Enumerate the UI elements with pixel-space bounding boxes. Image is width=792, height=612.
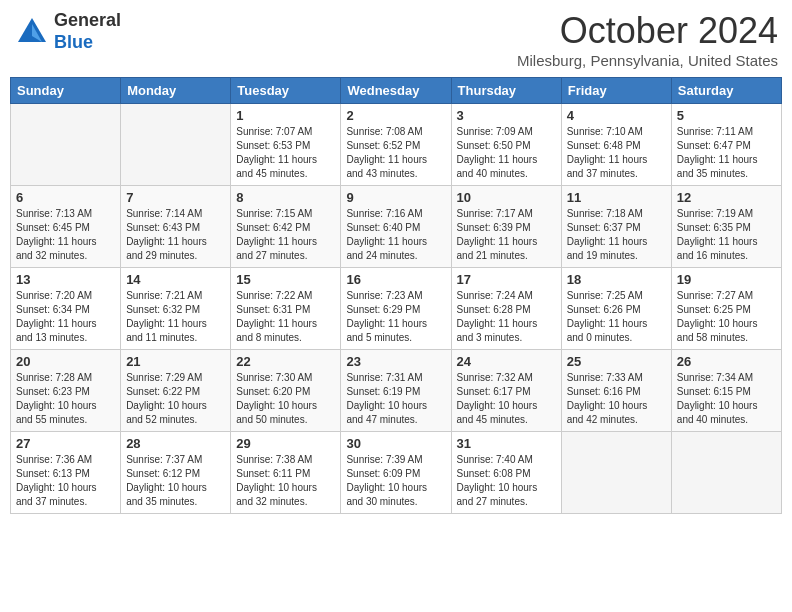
calendar-cell: 13Sunrise: 7:20 AM Sunset: 6:34 PM Dayli… — [11, 268, 121, 350]
calendar-cell: 29Sunrise: 7:38 AM Sunset: 6:11 PM Dayli… — [231, 432, 341, 514]
calendar-cell — [561, 432, 671, 514]
calendar-cell: 28Sunrise: 7:37 AM Sunset: 6:12 PM Dayli… — [121, 432, 231, 514]
day-number: 15 — [236, 272, 335, 287]
day-info: Sunrise: 7:18 AM Sunset: 6:37 PM Dayligh… — [567, 207, 666, 263]
day-info: Sunrise: 7:38 AM Sunset: 6:11 PM Dayligh… — [236, 453, 335, 509]
title-area: October 2024 Milesburg, Pennsylvania, Un… — [517, 10, 778, 69]
day-info: Sunrise: 7:14 AM Sunset: 6:43 PM Dayligh… — [126, 207, 225, 263]
day-number: 13 — [16, 272, 115, 287]
calendar-week-row: 20Sunrise: 7:28 AM Sunset: 6:23 PM Dayli… — [11, 350, 782, 432]
day-info: Sunrise: 7:25 AM Sunset: 6:26 PM Dayligh… — [567, 289, 666, 345]
calendar-cell: 11Sunrise: 7:18 AM Sunset: 6:37 PM Dayli… — [561, 186, 671, 268]
day-number: 8 — [236, 190, 335, 205]
calendar-cell: 25Sunrise: 7:33 AM Sunset: 6:16 PM Dayli… — [561, 350, 671, 432]
day-number: 21 — [126, 354, 225, 369]
calendar-cell: 4Sunrise: 7:10 AM Sunset: 6:48 PM Daylig… — [561, 104, 671, 186]
day-info: Sunrise: 7:22 AM Sunset: 6:31 PM Dayligh… — [236, 289, 335, 345]
calendar-cell: 17Sunrise: 7:24 AM Sunset: 6:28 PM Dayli… — [451, 268, 561, 350]
calendar-cell: 6Sunrise: 7:13 AM Sunset: 6:45 PM Daylig… — [11, 186, 121, 268]
logo-general: General — [54, 10, 121, 32]
day-number: 11 — [567, 190, 666, 205]
day-number: 16 — [346, 272, 445, 287]
day-number: 2 — [346, 108, 445, 123]
calendar-cell: 2Sunrise: 7:08 AM Sunset: 6:52 PM Daylig… — [341, 104, 451, 186]
calendar-cell: 27Sunrise: 7:36 AM Sunset: 6:13 PM Dayli… — [11, 432, 121, 514]
day-number: 23 — [346, 354, 445, 369]
calendar-week-row: 13Sunrise: 7:20 AM Sunset: 6:34 PM Dayli… — [11, 268, 782, 350]
calendar-cell: 7Sunrise: 7:14 AM Sunset: 6:43 PM Daylig… — [121, 186, 231, 268]
calendar-week-row: 1Sunrise: 7:07 AM Sunset: 6:53 PM Daylig… — [11, 104, 782, 186]
day-header-sunday: Sunday — [11, 78, 121, 104]
day-header-thursday: Thursday — [451, 78, 561, 104]
day-info: Sunrise: 7:40 AM Sunset: 6:08 PM Dayligh… — [457, 453, 556, 509]
day-number: 30 — [346, 436, 445, 451]
day-header-saturday: Saturday — [671, 78, 781, 104]
day-number: 26 — [677, 354, 776, 369]
calendar-cell — [11, 104, 121, 186]
logo: General Blue — [14, 10, 121, 53]
logo-blue: Blue — [54, 32, 121, 54]
calendar-cell: 16Sunrise: 7:23 AM Sunset: 6:29 PM Dayli… — [341, 268, 451, 350]
day-number: 25 — [567, 354, 666, 369]
day-info: Sunrise: 7:24 AM Sunset: 6:28 PM Dayligh… — [457, 289, 556, 345]
day-info: Sunrise: 7:09 AM Sunset: 6:50 PM Dayligh… — [457, 125, 556, 181]
day-number: 6 — [16, 190, 115, 205]
day-info: Sunrise: 7:34 AM Sunset: 6:15 PM Dayligh… — [677, 371, 776, 427]
day-info: Sunrise: 7:37 AM Sunset: 6:12 PM Dayligh… — [126, 453, 225, 509]
calendar-cell: 26Sunrise: 7:34 AM Sunset: 6:15 PM Dayli… — [671, 350, 781, 432]
day-number: 19 — [677, 272, 776, 287]
day-info: Sunrise: 7:36 AM Sunset: 6:13 PM Dayligh… — [16, 453, 115, 509]
calendar-header-row: SundayMondayTuesdayWednesdayThursdayFrid… — [11, 78, 782, 104]
calendar-cell: 14Sunrise: 7:21 AM Sunset: 6:32 PM Dayli… — [121, 268, 231, 350]
day-header-wednesday: Wednesday — [341, 78, 451, 104]
day-number: 9 — [346, 190, 445, 205]
day-number: 4 — [567, 108, 666, 123]
day-number: 12 — [677, 190, 776, 205]
day-header-friday: Friday — [561, 78, 671, 104]
day-info: Sunrise: 7:33 AM Sunset: 6:16 PM Dayligh… — [567, 371, 666, 427]
day-number: 28 — [126, 436, 225, 451]
day-number: 29 — [236, 436, 335, 451]
day-info: Sunrise: 7:39 AM Sunset: 6:09 PM Dayligh… — [346, 453, 445, 509]
logo-text: General Blue — [54, 10, 121, 53]
day-header-tuesday: Tuesday — [231, 78, 341, 104]
day-info: Sunrise: 7:10 AM Sunset: 6:48 PM Dayligh… — [567, 125, 666, 181]
day-number: 5 — [677, 108, 776, 123]
day-info: Sunrise: 7:08 AM Sunset: 6:52 PM Dayligh… — [346, 125, 445, 181]
calendar-cell — [671, 432, 781, 514]
day-number: 1 — [236, 108, 335, 123]
calendar-week-row: 27Sunrise: 7:36 AM Sunset: 6:13 PM Dayli… — [11, 432, 782, 514]
location: Milesburg, Pennsylvania, United States — [517, 52, 778, 69]
day-info: Sunrise: 7:15 AM Sunset: 6:42 PM Dayligh… — [236, 207, 335, 263]
day-info: Sunrise: 7:20 AM Sunset: 6:34 PM Dayligh… — [16, 289, 115, 345]
day-info: Sunrise: 7:31 AM Sunset: 6:19 PM Dayligh… — [346, 371, 445, 427]
calendar-cell: 21Sunrise: 7:29 AM Sunset: 6:22 PM Dayli… — [121, 350, 231, 432]
calendar-table: SundayMondayTuesdayWednesdayThursdayFrid… — [10, 77, 782, 514]
day-info: Sunrise: 7:17 AM Sunset: 6:39 PM Dayligh… — [457, 207, 556, 263]
calendar-cell: 20Sunrise: 7:28 AM Sunset: 6:23 PM Dayli… — [11, 350, 121, 432]
day-info: Sunrise: 7:21 AM Sunset: 6:32 PM Dayligh… — [126, 289, 225, 345]
calendar-cell: 23Sunrise: 7:31 AM Sunset: 6:19 PM Dayli… — [341, 350, 451, 432]
calendar-week-row: 6Sunrise: 7:13 AM Sunset: 6:45 PM Daylig… — [11, 186, 782, 268]
calendar-cell — [121, 104, 231, 186]
day-number: 27 — [16, 436, 115, 451]
page-header: General Blue October 2024 Milesburg, Pen… — [10, 10, 782, 69]
logo-icon — [14, 14, 50, 50]
day-number: 14 — [126, 272, 225, 287]
calendar-cell: 31Sunrise: 7:40 AM Sunset: 6:08 PM Dayli… — [451, 432, 561, 514]
day-number: 31 — [457, 436, 556, 451]
day-number: 17 — [457, 272, 556, 287]
calendar-cell: 15Sunrise: 7:22 AM Sunset: 6:31 PM Dayli… — [231, 268, 341, 350]
calendar-cell: 19Sunrise: 7:27 AM Sunset: 6:25 PM Dayli… — [671, 268, 781, 350]
day-number: 22 — [236, 354, 335, 369]
day-number: 18 — [567, 272, 666, 287]
day-number: 3 — [457, 108, 556, 123]
day-info: Sunrise: 7:30 AM Sunset: 6:20 PM Dayligh… — [236, 371, 335, 427]
day-info: Sunrise: 7:07 AM Sunset: 6:53 PM Dayligh… — [236, 125, 335, 181]
calendar-cell: 30Sunrise: 7:39 AM Sunset: 6:09 PM Dayli… — [341, 432, 451, 514]
day-info: Sunrise: 7:29 AM Sunset: 6:22 PM Dayligh… — [126, 371, 225, 427]
calendar-cell: 9Sunrise: 7:16 AM Sunset: 6:40 PM Daylig… — [341, 186, 451, 268]
calendar-cell: 24Sunrise: 7:32 AM Sunset: 6:17 PM Dayli… — [451, 350, 561, 432]
calendar-cell: 5Sunrise: 7:11 AM Sunset: 6:47 PM Daylig… — [671, 104, 781, 186]
day-info: Sunrise: 7:27 AM Sunset: 6:25 PM Dayligh… — [677, 289, 776, 345]
